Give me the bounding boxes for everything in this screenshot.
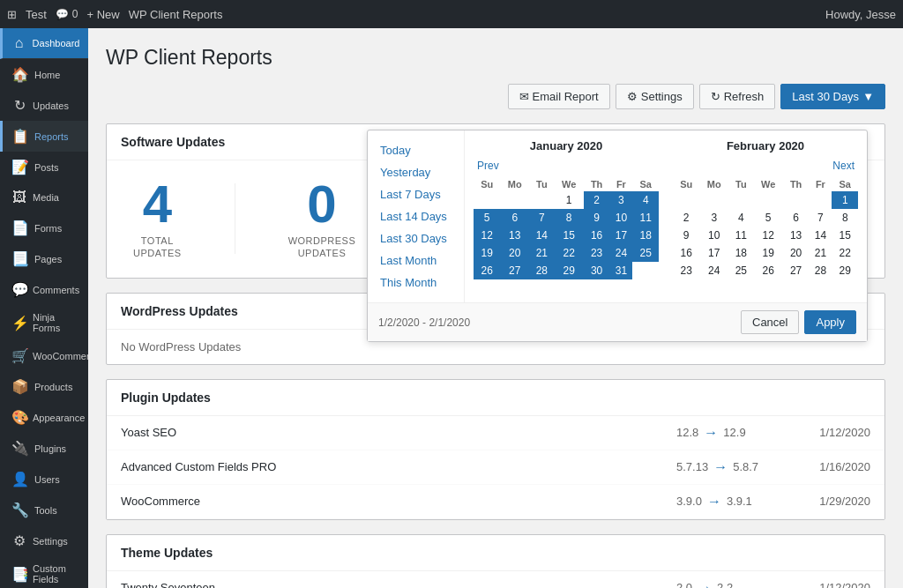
comments-count[interactable]: 💬 0 (56, 8, 78, 20)
day-cell[interactable]: 15 (832, 227, 858, 244)
day-cell[interactable]: 11 (728, 227, 753, 244)
sidebar-item-pages[interactable]: 📃 Pages (0, 243, 88, 274)
refresh-button[interactable]: ↻ Refresh (699, 84, 776, 109)
day-cell[interactable]: 14 (529, 227, 554, 244)
day-cell[interactable]: 28 (809, 262, 832, 279)
day-cell[interactable]: 2 (673, 209, 699, 227)
day-cell[interactable]: 28 (529, 262, 554, 279)
day-cell[interactable]: 13 (500, 227, 529, 244)
preset-today[interactable]: Today (368, 139, 464, 161)
preset-last30days[interactable]: Last 30 Days (368, 227, 464, 249)
settings-button[interactable]: ⚙ Settings (616, 84, 694, 109)
day-cell[interactable]: 3 (699, 209, 728, 227)
day-cell[interactable]: 24 (609, 244, 632, 262)
wp-client-reports-link[interactable]: WP Client Reports (129, 8, 223, 21)
day-cell[interactable]: 14 (809, 227, 832, 244)
preset-thismonth[interactable]: This Month (368, 272, 464, 294)
day-cell[interactable]: 15 (554, 227, 583, 244)
day-cell[interactable]: 27 (783, 262, 809, 279)
sidebar-item-media[interactable]: 🖼 Media (0, 182, 88, 212)
sidebar-item-ninja-forms[interactable]: ⚡ Ninja Forms (0, 305, 88, 340)
date-range-button[interactable]: Last 30 Days ▼ (780, 84, 885, 109)
day-cell[interactable]: 18 (728, 244, 753, 262)
sidebar-item-custom-fields[interactable]: 📑 Custom Fields (0, 556, 88, 588)
day-cell[interactable]: 9 (673, 227, 699, 244)
day-cell[interactable]: 25 (632, 244, 659, 262)
day-cell[interactable]: 13 (783, 227, 809, 244)
day-cell[interactable]: 8 (832, 209, 858, 227)
preset-last14days[interactable]: Last 14 Days (368, 205, 464, 227)
new-button[interactable]: + New (87, 8, 120, 21)
day-cell[interactable]: 20 (783, 244, 809, 262)
day-cell[interactable]: 6 (500, 209, 529, 227)
sidebar-item-settings[interactable]: ⚙ Settings (0, 525, 88, 556)
day-cell[interactable]: 8 (554, 209, 583, 227)
day-cell[interactable]: 12 (474, 227, 500, 244)
day-cell[interactable]: 16 (584, 227, 609, 244)
february-next[interactable]: Next (832, 160, 854, 172)
sidebar-item-forms[interactable]: 📄 Forms (0, 212, 88, 243)
day-cell[interactable]: 12 (753, 227, 782, 244)
sidebar-item-users[interactable]: 👤 Users (0, 464, 88, 495)
day-cell[interactable]: 7 (809, 209, 832, 227)
day-cell[interactable]: 10 (699, 227, 728, 244)
day-cell[interactable]: 4 (728, 209, 753, 227)
day-cell[interactable]: 21 (809, 244, 832, 262)
day-cell[interactable]: 30 (584, 262, 609, 279)
day-cell[interactable]: 20 (500, 244, 529, 262)
day-cell[interactable]: 1 (832, 191, 858, 209)
day-cell[interactable]: 26 (753, 262, 782, 279)
day-cell[interactable]: 9 (584, 209, 609, 227)
sidebar-item-tools[interactable]: 🔧 Tools (0, 495, 88, 525)
sidebar-item-reports[interactable]: 📋 Reports (0, 121, 88, 152)
day-cell[interactable]: 5 (474, 209, 500, 227)
day-cell[interactable]: 29 (832, 262, 858, 279)
wp-logo[interactable]: ⊞ (7, 8, 17, 21)
sidebar-item-plugins[interactable]: 🔌 Plugins (0, 433, 88, 464)
day-cell[interactable]: 11 (632, 209, 659, 227)
sidebar-item-home[interactable]: 🏠 Home (0, 59, 88, 90)
day-cell[interactable]: 29 (554, 262, 583, 279)
day-cell[interactable]: 5 (753, 209, 782, 227)
day-cell[interactable]: 19 (474, 244, 500, 262)
day-cell[interactable]: 22 (554, 244, 583, 262)
cancel-button[interactable]: Cancel (741, 310, 799, 334)
day-cell[interactable]: 21 (529, 244, 554, 262)
day-cell[interactable]: 17 (699, 244, 728, 262)
day-cell[interactable]: 18 (632, 227, 659, 244)
apply-button[interactable]: Apply (804, 310, 856, 334)
day-cell[interactable]: 26 (474, 262, 500, 279)
sidebar-item-posts[interactable]: 📝 Posts (0, 152, 88, 182)
day-cell[interactable]: 4 (632, 191, 659, 209)
day-cell[interactable]: 6 (783, 209, 809, 227)
preset-lastmonth[interactable]: Last Month (368, 249, 464, 272)
day-cell[interactable]: 22 (832, 244, 858, 262)
january-prev[interactable]: Prev (477, 160, 499, 172)
day-cell[interactable]: 23 (584, 244, 609, 262)
day-cell[interactable]: 31 (609, 262, 632, 279)
day-cell[interactable]: 19 (753, 244, 782, 262)
day-cell[interactable]: 3 (609, 191, 632, 209)
day-cell[interactable]: 17 (609, 227, 632, 244)
day-cell[interactable]: 16 (673, 244, 699, 262)
sidebar-item-woocommerce[interactable]: 🛒 WooCommerce (0, 340, 88, 371)
sidebar-item-appearance[interactable]: 🎨 Appearance (0, 402, 88, 433)
sidebar-item-label: Settings (33, 536, 68, 547)
day-cell[interactable]: 10 (609, 209, 632, 227)
sidebar-item-updates[interactable]: ↻ Updates (0, 90, 88, 121)
preset-last7days[interactable]: Last 7 Days (368, 183, 464, 205)
email-report-button[interactable]: ✉ Email Report (508, 84, 610, 109)
sidebar-item-comments[interactable]: 💬 Comments (0, 274, 88, 305)
day-cell[interactable]: 27 (500, 262, 529, 279)
sidebar-item-products[interactable]: 📦 Products (0, 371, 88, 402)
preset-yesterday[interactable]: Yesterday (368, 161, 464, 183)
arrow-icon: → (713, 459, 728, 475)
sidebar-item-dashboard[interactable]: ⌂ Dashboard (0, 28, 88, 59)
day-cell[interactable]: 2 (584, 191, 609, 209)
site-name[interactable]: Test (26, 8, 47, 21)
day-cell[interactable]: 25 (728, 262, 753, 279)
day-cell[interactable]: 7 (529, 209, 554, 227)
day-cell[interactable]: 23 (673, 262, 699, 279)
day-cell[interactable]: 24 (699, 262, 728, 279)
day-cell[interactable]: 1 (554, 191, 583, 209)
